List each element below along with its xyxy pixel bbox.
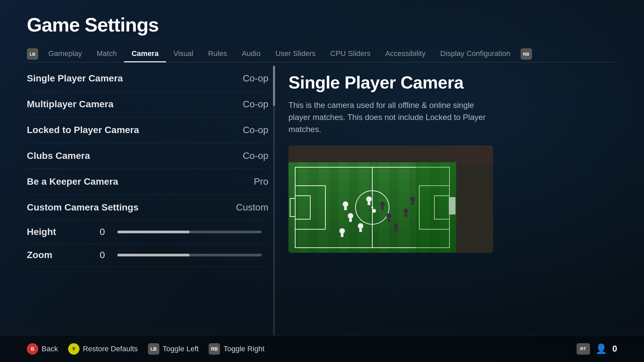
svg-rect-29 — [344, 207, 347, 210]
tab-gameplay[interactable]: Gameplay — [41, 46, 89, 62]
slider-track-height[interactable] — [117, 231, 262, 233]
restore-label: Restore Defaults — [83, 345, 138, 353]
rb-badge-footer: RB — [209, 343, 220, 355]
slider-value-height: 0 — [94, 227, 111, 237]
settings-list: Single Player CameraCo-opMultiplayer Cam… — [27, 66, 275, 267]
detail-title: Single Player Camera — [288, 72, 617, 93]
back-label: Back — [42, 345, 58, 353]
scrollbar-thumb — [273, 66, 275, 106]
svg-point-30 — [366, 196, 372, 202]
setting-row-custom-camera-settings[interactable]: Custom Camera SettingsCustom — [27, 195, 268, 221]
tab-user-sliders[interactable]: User Sliders — [268, 46, 323, 62]
restore-defaults-button[interactable]: Y Restore Defaults — [68, 343, 138, 355]
setting-value-clubs-camera: Co-op — [228, 150, 268, 161]
player-count: 0 — [612, 344, 617, 354]
scrollbar-track[interactable] — [273, 66, 275, 335]
toggle-right-button[interactable]: RB Toggle Right — [209, 343, 264, 355]
setting-value-locked-to-player-camera: Co-op — [228, 125, 268, 135]
svg-rect-23 — [341, 234, 343, 237]
setting-row-multiplayer-camera[interactable]: Multiplayer CameraCo-op — [27, 92, 268, 117]
right-panel: Single Player Camera This is the camera … — [288, 62, 617, 335]
setting-value-custom-camera-settings: Custom — [228, 202, 268, 213]
svg-point-24 — [358, 223, 363, 229]
toggle-right-label: Toggle Right — [223, 345, 264, 353]
svg-point-22 — [339, 228, 345, 234]
svg-point-32 — [386, 213, 392, 219]
main-content: Single Player CameraCo-opMultiplayer Cam… — [0, 62, 644, 335]
tab-match[interactable]: Match — [89, 46, 124, 62]
svg-point-36 — [380, 201, 385, 207]
tab-rules[interactable]: Rules — [201, 46, 234, 62]
setting-name-multiplayer-camera: Multiplayer Camera — [27, 99, 113, 110]
setting-value-be-a-keeper-camera: Pro — [228, 176, 268, 187]
tab-display-configuration[interactable]: Display Configuration — [433, 46, 518, 62]
b-badge: B — [27, 343, 38, 355]
camera-preview — [288, 145, 493, 253]
tab-visual[interactable]: Visual — [166, 46, 201, 62]
tab-audio[interactable]: Audio — [234, 46, 268, 62]
svg-point-28 — [343, 201, 348, 207]
svg-rect-21 — [416, 162, 456, 253]
svg-rect-25 — [359, 229, 362, 232]
player-icon: 👤 — [595, 343, 607, 354]
rt-badge: RT — [577, 343, 590, 355]
lb-nav-button[interactable]: LB — [27, 48, 38, 60]
slider-row-height: Height0 — [27, 221, 268, 244]
footer: B Back Y Restore Defaults LB Toggle Left… — [0, 335, 644, 362]
setting-row-single-player-camera[interactable]: Single Player CameraCo-op — [27, 66, 268, 92]
setting-row-locked-to-player-camera[interactable]: Locked to Player CameraCo-op — [27, 117, 268, 143]
tab-cpu-sliders[interactable]: CPU Sliders — [323, 46, 378, 62]
svg-rect-41 — [411, 202, 414, 205]
slider-value-zoom: 0 — [94, 250, 111, 260]
back-button[interactable]: B Back — [27, 343, 58, 355]
left-panel: Single Player CameraCo-opMultiplayer Cam… — [27, 62, 275, 335]
detail-description: This is the camera used for all offline … — [288, 99, 490, 135]
y-badge: Y — [68, 343, 79, 355]
footer-right: RT 👤 0 — [577, 343, 617, 355]
slider-fill-height — [117, 231, 190, 233]
tab-camera[interactable]: Camera — [124, 46, 166, 62]
setting-name-single-player-camera: Single Player Camera — [27, 73, 123, 84]
svg-rect-2 — [453, 145, 493, 253]
setting-row-be-a-keeper-camera[interactable]: Be a Keeper CameraPro — [27, 169, 268, 195]
svg-point-26 — [348, 213, 353, 219]
svg-rect-37 — [381, 207, 384, 210]
toggle-left-label: Toggle Left — [163, 345, 199, 353]
svg-point-38 — [403, 208, 409, 214]
page-title: Game Settings — [27, 13, 617, 36]
setting-name-be-a-keeper-camera: Be a Keeper Camera — [27, 176, 118, 187]
rb-nav-button[interactable]: RB — [521, 48, 532, 60]
setting-name-locked-to-player-camera: Locked to Player Camera — [27, 125, 139, 135]
slider-label-height: Height — [27, 227, 94, 237]
slider-track-zoom[interactable] — [117, 254, 262, 256]
slider-row-zoom: Zoom0 — [27, 244, 268, 267]
nav-tabs: LB GameplayMatchCameraVisualRulesAudioUs… — [27, 46, 617, 62]
svg-point-40 — [410, 196, 415, 202]
slider-fill-zoom — [117, 254, 190, 256]
svg-rect-27 — [349, 219, 352, 222]
svg-rect-31 — [368, 202, 370, 205]
setting-row-clubs-camera[interactable]: Clubs CameraCo-op — [27, 143, 268, 169]
header: Game Settings LB GameplayMatchCameraVisu… — [0, 0, 644, 62]
setting-name-clubs-camera: Clubs Camera — [27, 150, 90, 161]
svg-point-9 — [371, 206, 373, 208]
settings-scroll-container: Single Player CameraCo-opMultiplayer Cam… — [27, 66, 275, 335]
tab-accessibility[interactable]: Accessibility — [378, 46, 433, 62]
svg-point-34 — [393, 223, 398, 229]
toggle-left-button[interactable]: LB Toggle Left — [148, 343, 199, 355]
setting-value-single-player-camera: Co-op — [228, 73, 268, 84]
svg-rect-33 — [388, 219, 390, 222]
setting-name-custom-camera-settings: Custom Camera Settings — [27, 202, 139, 213]
field-preview-svg — [288, 145, 493, 253]
footer-left: B Back Y Restore Defaults LB Toggle Left… — [27, 343, 265, 355]
setting-value-multiplayer-camera: Co-op — [228, 99, 268, 110]
svg-rect-39 — [405, 214, 407, 217]
slider-label-zoom: Zoom — [27, 250, 94, 260]
svg-rect-35 — [394, 229, 397, 232]
lb-badge-footer: LB — [148, 343, 159, 355]
